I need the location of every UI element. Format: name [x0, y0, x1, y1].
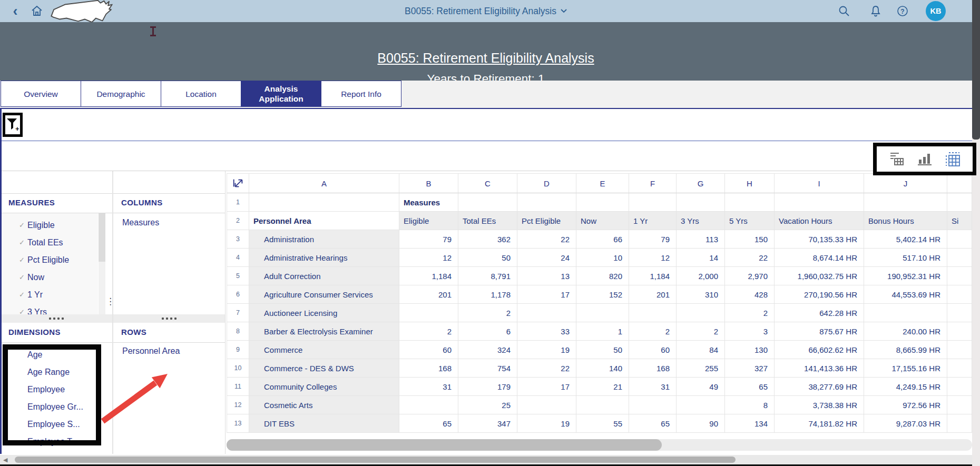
column-letter[interactable] [947, 173, 972, 193]
table-cell[interactable]: 113 [677, 230, 725, 249]
column-letter[interactable]: D [517, 173, 576, 193]
measure-item[interactable]: ✓Now [2, 269, 98, 286]
table-row-label[interactable]: Community Colleges [249, 378, 399, 396]
table-cell[interactable]: 31 [629, 378, 677, 396]
table-cell[interactable] [947, 378, 972, 396]
row-number[interactable]: 3 [227, 230, 249, 249]
dimension-item[interactable]: Employee [2, 381, 107, 398]
table-cell[interactable]: 140 [576, 359, 629, 378]
table-cell[interactable]: 150 [725, 230, 775, 249]
row-number[interactable]: 1 [227, 193, 249, 212]
table-cell[interactable] [947, 249, 972, 267]
table-cell[interactable] [629, 396, 677, 414]
table-cell[interactable]: 201 [629, 285, 677, 304]
table-cell[interactable]: 642.28 HR [775, 304, 864, 322]
table-cell[interactable]: 14 [677, 249, 725, 267]
table-cell[interactable] [517, 396, 576, 414]
measures-dimension-cell[interactable]: Measures [399, 193, 458, 212]
table-cell[interactable]: 347 [458, 414, 517, 433]
table-cell[interactable] [517, 193, 576, 212]
table-cell[interactable]: 22 [517, 230, 576, 249]
table-cell[interactable]: 49 [677, 378, 725, 396]
row-number[interactable]: 4 [227, 249, 249, 267]
table-cell[interactable] [947, 230, 972, 249]
table-cell[interactable]: 130 [725, 341, 775, 359]
table-cell[interactable] [775, 193, 864, 212]
tab-location[interactable]: Location [161, 81, 241, 107]
measure-column-header[interactable]: Bonus Hours [864, 212, 947, 230]
table-cell[interactable]: 65 [725, 378, 775, 396]
table-cell[interactable]: 5,402.14 HR [864, 230, 947, 249]
table-cell[interactable]: 754 [458, 359, 517, 378]
table-cell[interactable]: 22 [725, 249, 775, 267]
measures-scrollbar[interactable] [99, 213, 105, 314]
table-cell[interactable]: 22 [517, 359, 576, 378]
table-cell[interactable]: 55 [576, 414, 629, 433]
table-cell[interactable]: 2 [677, 322, 725, 341]
table-cell[interactable]: 19 [517, 341, 576, 359]
avatar[interactable]: KB [926, 1, 946, 21]
table-cell[interactable]: 517.10 HR [864, 249, 947, 267]
dimension-item[interactable]: Employee Gr... [2, 398, 107, 415]
table-cell[interactable]: 327 [725, 359, 775, 378]
scrollbar-thumb[interactable] [227, 439, 662, 451]
column-letter[interactable]: A [249, 173, 399, 193]
table-cell[interactable] [399, 304, 458, 322]
row-number[interactable]: 8 [227, 322, 249, 341]
scrollbar-thumb[interactable] [99, 213, 105, 262]
row-dimension-header[interactable]: Personnel Area [249, 212, 399, 230]
measure-item[interactable]: ✓Eligible [2, 216, 98, 234]
table-cell[interactable]: 74,181.82 HR [775, 414, 864, 433]
table-cell[interactable]: 255 [677, 359, 725, 378]
row-number[interactable]: 13 [227, 414, 249, 433]
table-cell[interactable]: 2,000 [677, 267, 725, 285]
table-cell[interactable]: 65 [629, 414, 677, 433]
table-cell[interactable]: 310 [677, 285, 725, 304]
back-icon[interactable]: ‹ [7, 0, 23, 22]
table-cell[interactable]: 24 [517, 249, 576, 267]
panel-drag-handle-icon[interactable]: ⋮ [106, 300, 115, 304]
table-cell[interactable]: 12 [629, 249, 677, 267]
table-cell[interactable] [249, 193, 399, 212]
panel-resize-handle[interactable] [113, 314, 225, 323]
table-cell[interactable] [629, 193, 677, 212]
dimension-item[interactable]: Employee S... [2, 415, 107, 433]
table-cell[interactable]: 8,791 [458, 267, 517, 285]
table-cell[interactable] [864, 193, 947, 212]
table-row-label[interactable]: Administrative Hearings [249, 249, 399, 267]
table-cell[interactable]: 17 [517, 285, 576, 304]
table-cell[interactable]: 79 [629, 230, 677, 249]
table-cell[interactable]: 4,249.15 HR [864, 378, 947, 396]
columns-zone-item[interactable]: Measures [122, 218, 159, 227]
table-cell[interactable]: 1,184 [629, 267, 677, 285]
table-cell[interactable]: 90 [677, 414, 725, 433]
row-number[interactable]: 11 [227, 378, 249, 396]
row-number[interactable]: 7 [227, 304, 249, 322]
table-cell[interactable] [458, 193, 517, 212]
dimension-item[interactable]: Employee T... [2, 433, 107, 448]
page-horizontal-scrollbar[interactable]: ◀ [0, 455, 980, 464]
table-cell[interactable]: 428 [725, 285, 775, 304]
window-title-dropdown[interactable]: B0055: Retirement Eligibility Analysis [405, 0, 567, 22]
table-cell[interactable]: 2 [629, 322, 677, 341]
table-cell[interactable]: 10 [576, 249, 629, 267]
measure-column-header[interactable]: Now [576, 212, 629, 230]
table-cell[interactable] [677, 193, 725, 212]
measure-column-header[interactable]: 3 Yrs [677, 212, 725, 230]
notifications-bell-icon[interactable] [867, 0, 884, 22]
table-cell[interactable] [576, 304, 629, 322]
table-cell[interactable]: 6 [458, 322, 517, 341]
table-cell[interactable]: 2 [458, 304, 517, 322]
dimension-item[interactable]: Age Range [2, 363, 107, 381]
table-cell[interactable] [725, 193, 775, 212]
table-cell[interactable] [947, 396, 972, 414]
column-letter[interactable]: H [725, 173, 775, 193]
table-cell[interactable]: 1,960,032.75 HR [775, 267, 864, 285]
table-cell[interactable]: 362 [458, 230, 517, 249]
table-row-label[interactable]: Auctioneer Licensing [249, 304, 399, 322]
table-cell[interactable]: 12 [399, 249, 458, 267]
rows-zone-item[interactable]: Personnel Area [122, 346, 180, 356]
table-cell[interactable] [677, 396, 725, 414]
table-row-label[interactable]: Commerce [249, 341, 399, 359]
page-vertical-scrollbar[interactable] [972, 0, 980, 466]
